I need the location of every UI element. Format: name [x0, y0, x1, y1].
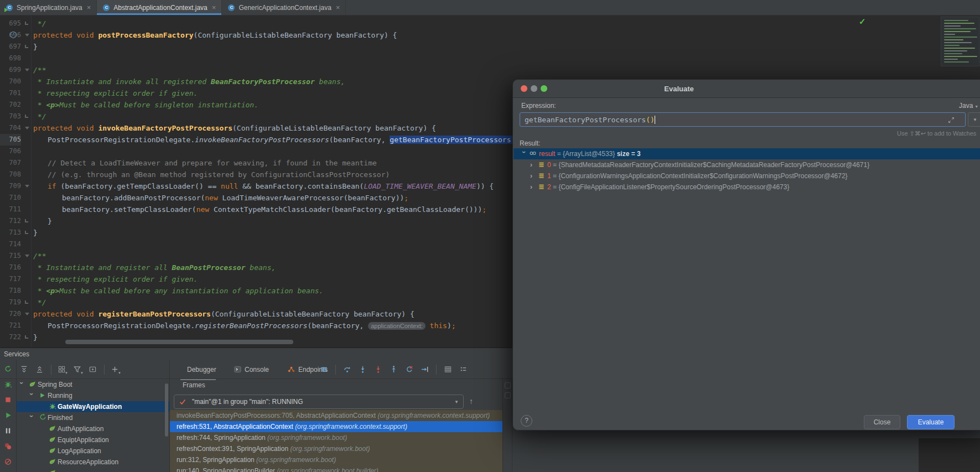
run-to-cursor-icon[interactable]	[421, 365, 429, 374]
code-line: PostProcessorRegistrationDelegate.invoke…	[48, 134, 520, 146]
horizontal-scrollbar[interactable]	[65, 340, 293, 344]
line-number: 715	[0, 250, 21, 262]
debug-icon[interactable]	[4, 380, 13, 389]
help-button[interactable]: ?	[521, 415, 532, 427]
fold-end-marker[interactable]	[25, 219, 28, 222]
fold-marker[interactable]	[25, 185, 29, 188]
code-line: protected void postProcessBeanFactory(Co…	[33, 29, 397, 41]
fold-marker[interactable]	[25, 127, 29, 129]
tree-item-clipped[interactable]	[17, 468, 169, 472]
result-node-1[interactable]: ›1 = {ConfigurationWarningsApplicationCo…	[514, 170, 980, 181]
fold-end-marker[interactable]	[25, 45, 28, 48]
language-selector[interactable]: Java▼	[959, 102, 978, 110]
stack-frame[interactable]: run:140, SpringApplicationBuilder (org.s…	[170, 465, 502, 472]
evaluate-button[interactable]: Evaluate	[907, 415, 955, 429]
chevron-down-icon[interactable]: ›	[26, 393, 37, 398]
open-in-new-frame-icon[interactable]	[89, 365, 97, 374]
tree-item-authapplication[interactable]: AuthApplication	[17, 423, 169, 434]
fold-end-marker[interactable]	[25, 231, 28, 234]
frames-tab[interactable]: Frames	[183, 381, 205, 389]
tree-item-running[interactable]: ›Running	[17, 390, 169, 401]
dialog-title-bar[interactable]: Evaluate	[513, 80, 980, 98]
fold-marker[interactable]	[25, 255, 29, 257]
chevron-right-icon[interactable]: ›	[530, 181, 536, 193]
fold-end-marker[interactable]	[25, 22, 28, 25]
expand-editor-icon[interactable]	[948, 116, 955, 126]
stop-icon[interactable]	[4, 396, 13, 404]
editor-tab-genericapplicationcontext-java[interactable]: CGenericApplicationContext.java×	[222, 0, 346, 15]
minimize-window-icon[interactable]	[531, 85, 537, 92]
tree-item-gatewayapplication[interactable]: GateWayApplication	[17, 401, 169, 412]
override-method-icon[interactable]: ↑	[10, 32, 17, 38]
close-window-icon[interactable]	[521, 85, 527, 92]
close-icon[interactable]: ×	[336, 3, 340, 12]
frame-location: refresh:744, SpringApplication	[177, 434, 267, 442]
view-options-icon[interactable]	[320, 365, 329, 374]
stack-frame[interactable]: invokeBeanFactoryPostProcessors:705, Abs…	[170, 410, 502, 421]
chevron-right-icon[interactable]: ›	[530, 159, 536, 170]
code-minimap[interactable]	[941, 17, 979, 66]
collapse-all-icon[interactable]	[35, 365, 44, 374]
expression-history-dropdown[interactable]: ▼	[968, 112, 980, 127]
thread-selector-value: "main"@1 in group "main": RUNNING	[192, 398, 450, 406]
inspections-ok-icon[interactable]: ✓	[859, 17, 866, 27]
code-token: BeanFactoryPostProcessor	[211, 77, 315, 86]
step-into-icon[interactable]	[359, 365, 367, 374]
resume-icon[interactable]	[4, 411, 13, 420]
chevron-down-icon[interactable]: ›	[518, 151, 530, 157]
tree-item-equiptapplication[interactable]: EquiptApplication	[17, 434, 169, 445]
tree-item-spring-boot[interactable]: ›Spring Boot	[17, 379, 169, 390]
fold-end-marker[interactable]	[25, 335, 28, 339]
tree-scrollbar[interactable]	[165, 383, 168, 437]
chevron-down-icon[interactable]: ›	[26, 415, 37, 421]
close-icon[interactable]: ×	[87, 3, 91, 12]
fold-end-marker[interactable]	[25, 300, 28, 304]
tree-item-finished[interactable]: ›Finished	[17, 412, 169, 423]
force-step-into-icon[interactable]	[374, 365, 383, 374]
fold-marker[interactable]	[25, 69, 29, 71]
stack-frame[interactable]: refresh:744, SpringApplication (org.spri…	[170, 432, 502, 443]
line-number: 711	[0, 204, 21, 215]
chevron-down-icon: ▼	[454, 400, 459, 404]
table-view-icon[interactable]	[444, 365, 453, 374]
step-over-icon[interactable]	[343, 365, 352, 374]
fold-marker[interactable]	[25, 34, 29, 37]
panel-mini-icon[interactable]	[505, 392, 511, 398]
stack-frame[interactable]: refreshContext:391, SpringApplication (o…	[170, 443, 502, 454]
zoom-window-icon[interactable]	[541, 85, 547, 92]
fold-marker[interactable]	[25, 313, 29, 315]
stack-frame[interactable]: run:312, SpringApplication (org.springfr…	[170, 454, 502, 465]
result-node-2[interactable]: ›2 = {ConfigFileApplicationListener$Prop…	[514, 181, 980, 193]
frames-list[interactable]: invokeBeanFactoryPostProcessors:705, Abs…	[170, 410, 502, 472]
stack-frame[interactable]: refresh:531, AbstractApplicationContext …	[170, 421, 502, 432]
mute-breakpoints-icon[interactable]	[4, 458, 13, 466]
fold-end-marker[interactable]	[25, 115, 28, 118]
close-icon[interactable]: ×	[212, 3, 216, 12]
editor-tab-abstractapplicationcontext-java[interactable]: CAbstractApplicationContext.java×	[97, 0, 222, 15]
tree-item-logapplication[interactable]: LogApplication	[17, 445, 169, 457]
pause-icon[interactable]	[4, 427, 13, 435]
tab-console[interactable]: Console	[245, 366, 269, 374]
reset-frame-icon[interactable]	[405, 365, 414, 374]
services-tree[interactable]: ›Spring Boot›RunningGateWayApplication›F…	[17, 379, 169, 472]
chevron-down-icon[interactable]: ›	[17, 382, 27, 387]
tree-item-resourceapplication[interactable]: ResourceApplication	[17, 457, 169, 468]
close-button[interactable]: Close	[864, 415, 900, 429]
result-node-0[interactable]: ›0 = {SharedMetadataReaderFactoryContext…	[514, 159, 980, 170]
expression-input[interactable]: getBeanFactoryPostProcessors()	[520, 112, 966, 127]
panel-mini-icon[interactable]	[505, 382, 511, 388]
layout-settings-icon[interactable]	[459, 365, 468, 374]
thread-selector-dropdown[interactable]: "main"@1 in group "main": RUNNING ▼	[174, 395, 464, 409]
chevron-right-icon[interactable]: ›	[530, 170, 536, 181]
tab-debugger[interactable]: Debugger	[187, 366, 216, 374]
editor-tab-springapplication-java[interactable]: CSpringApplication.java×	[0, 0, 97, 15]
step-out-icon[interactable]	[390, 365, 398, 374]
rerun-icon[interactable]	[4, 365, 13, 374]
stop-all-icon[interactable]	[4, 442, 13, 451]
result-name: 2	[547, 183, 551, 191]
console-area	[919, 438, 980, 472]
frame-package: (org.springframework.boot)	[267, 434, 347, 442]
result-node-result[interactable]: ›result = {ArrayList@4533} size = 3	[514, 148, 980, 159]
top-frame-icon[interactable]: ↑	[469, 397, 473, 406]
expand-all-icon[interactable]	[20, 365, 29, 374]
